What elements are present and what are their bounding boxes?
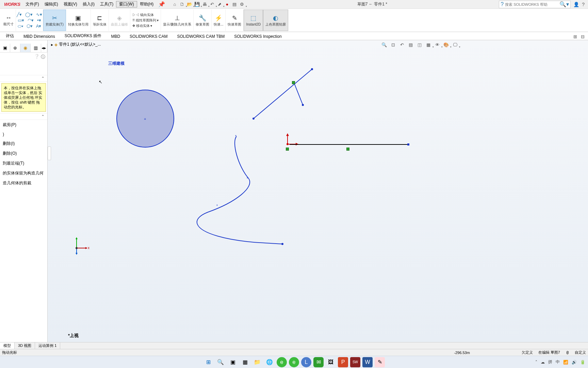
rebuild-icon[interactable]: ● <box>224 1 230 8</box>
zoom-fit-icon[interactable]: 🔍 <box>380 41 388 48</box>
breadcrumb[interactable]: ▸ ◈ 零件1 (默认<<默认>_... <box>51 42 101 47</box>
search-box[interactable]: ? 🔍▾ <box>499 1 571 8</box>
ribbon-offset[interactable]: ⊏ 等距实体 <box>91 10 109 31</box>
user-icon[interactable]: 👤 <box>573 2 579 7</box>
expand-icon[interactable]: ▸ <box>51 42 53 47</box>
ribbon-trim[interactable]: ✂ 剪裁实体(T) <box>43 10 66 31</box>
view-tab-model[interactable]: 模型 <box>0 342 15 349</box>
menu-window[interactable]: 窗口(W) <box>116 1 137 7</box>
option-keep-construct[interactable]: 的实体保留为构造几何 <box>0 168 47 178</box>
home-icon[interactable]: ⌂ <box>171 1 178 8</box>
panel-help-icon[interactable]: ❔ <box>34 54 39 60</box>
prev-view-icon[interactable]: ↶ <box>398 41 406 48</box>
appearance-icon[interactable]: 🎨 <box>442 41 450 48</box>
line-icon[interactable]: ╱▾ <box>17 12 22 17</box>
tab-expand-icon[interactable]: ⊞ <box>572 33 578 40</box>
ribbon-repair[interactable]: 🔧 修复草图 <box>194 10 212 31</box>
search-input[interactable] <box>505 2 559 6</box>
status-custom[interactable]: 自定义 <box>575 350 586 355</box>
constraint-marker-1[interactable] <box>292 81 295 84</box>
status-unit-icon[interactable]: 🛢 <box>566 351 569 355</box>
panel-tab-nav[interactable]: ◂▸ <box>41 44 47 52</box>
save-icon[interactable]: 💾 <box>194 1 200 8</box>
ribbon-quick[interactable]: ⚡ 快速... <box>212 10 226 31</box>
tray-chevron-icon[interactable]: ˄ <box>535 360 537 365</box>
taskbar-search-icon[interactable]: 🔍 <box>215 357 226 367</box>
taskbar-app4-icon[interactable]: ✉ <box>313 357 324 367</box>
menu-view[interactable]: 视图(V) <box>61 1 80 7</box>
taskbar-app6-icon[interactable]: ✎ <box>375 357 385 367</box>
section-icon[interactable]: ▨ <box>407 41 414 48</box>
print-icon[interactable]: 🖶 <box>201 1 208 8</box>
help-question-icon[interactable]: ? <box>582 2 585 7</box>
menu-insert[interactable]: 插入(I) <box>80 1 97 7</box>
taskbar-app2-icon[interactable]: e <box>289 357 299 367</box>
tab-mbd-dimensions[interactable]: MBD Dimensions <box>19 33 60 40</box>
graphics-canvas[interactable]: ▸ ◈ 零件1 (默认<<默认>_... 🔍 ⊡ ↶ ▨ ◫ ▦ 👁 🎨 🖵 三… <box>48 40 588 342</box>
ribbon-instant2d[interactable]: ⬚ Instant2D <box>244 10 263 31</box>
taskbar-explorer-icon[interactable]: 📁 <box>252 357 262 367</box>
tab-sw-cam-tbm[interactable]: SOLIDWORKS CAM TBM <box>173 33 229 40</box>
open-icon[interactable]: 📂 <box>186 1 193 8</box>
tray-onedrive-icon[interactable]: ☁ <box>541 360 545 365</box>
slot-icon[interactable]: ⬭▾ <box>18 24 23 29</box>
taskbar-app5-icon[interactable]: 🖼 <box>326 357 336 367</box>
menu-tools[interactable]: 工具(T) <box>97 1 116 7</box>
search-icon[interactable]: 🔍▾ <box>559 1 569 7</box>
polygon-icon[interactable]: ⬡▾ <box>27 24 33 29</box>
menu-file[interactable]: 文件(F) <box>23 1 42 7</box>
tab-mbd[interactable]: MBD <box>107 33 125 40</box>
hide-show-icon[interactable]: 👁 <box>434 41 441 48</box>
taskbar-powerpoint-icon[interactable]: P <box>338 357 348 367</box>
option-nearest[interactable]: 到最近端(T) <box>0 158 47 168</box>
panel-info-icon[interactable]: ⓘ <box>41 54 45 60</box>
ribbon-pattern[interactable]: ⠿ 线性草图阵列 ▾ <box>132 18 159 23</box>
tab-sw-cam[interactable]: SOLIDWORKS CAM <box>125 33 172 40</box>
settings-icon[interactable]: ⚙ <box>239 1 245 8</box>
tray-battery-icon[interactable]: 🔋 <box>580 360 585 365</box>
tray-volume-icon[interactable]: 🔊 <box>572 360 577 365</box>
circle-icon[interactable]: ◯▾ <box>25 12 33 17</box>
taskbar-solidworks-icon[interactable]: SW <box>350 357 360 367</box>
panel-collapse-1[interactable]: ⌃ <box>0 75 47 82</box>
undo-icon[interactable]: ↶ <box>209 1 215 8</box>
start-button[interactable]: ⊞ <box>203 357 213 367</box>
panel-tab-4[interactable]: ▥ <box>31 44 41 52</box>
menu-help[interactable]: 帮助(H) <box>137 1 157 7</box>
display-style-icon[interactable]: ▦ <box>425 41 432 48</box>
ribbon-mirror[interactable]: ▷◁ 镜向实体 <box>132 13 154 17</box>
panel-tab-1[interactable]: ▣ <box>0 44 10 52</box>
tab-evaluate[interactable]: 评估 <box>1 32 18 40</box>
panel-tab-3[interactable]: ◉ <box>20 44 31 52</box>
rect-icon[interactable]: ▭▾ <box>18 18 24 23</box>
tray-wifi-icon[interactable]: 📶 <box>563 360 568 365</box>
options-icon[interactable]: ▤ <box>231 1 238 8</box>
scene-icon[interactable]: 🖵 <box>451 41 459 48</box>
ribbon-rapid-sketch[interactable]: ✎ 快速草图 <box>226 10 244 31</box>
taskbar-edge-icon[interactable]: 🌐 <box>264 357 275 367</box>
ribbon-convert[interactable]: ▣ 转换实体引用 <box>66 10 91 31</box>
orient-icon[interactable]: ◫ <box>416 41 423 48</box>
taskbar-app3-icon[interactable]: L <box>301 357 311 367</box>
point-icon[interactable]: •▾ <box>37 18 41 23</box>
taskbar-widgets-icon[interactable]: ▦ <box>240 357 250 367</box>
menu-edit[interactable]: 编辑(E) <box>42 1 61 7</box>
panel-collapse-2[interactable]: ⌃ <box>0 113 47 120</box>
constraint-marker-2[interactable] <box>286 148 289 151</box>
text-icon[interactable]: A▾ <box>36 24 42 29</box>
taskbar-taskview-icon[interactable]: ▣ <box>228 357 238 367</box>
taskbar-word-icon[interactable]: W <box>362 357 373 367</box>
select-icon[interactable]: ⬈ <box>216 1 223 8</box>
option-blank[interactable]: ) <box>0 130 47 139</box>
tab-sw-addins[interactable]: SOLIDWORKS 插件 <box>60 32 106 40</box>
arc-icon[interactable]: ◠▾ <box>28 18 34 23</box>
option-remove-o[interactable]: 删除(O) <box>0 149 47 158</box>
pin-icon[interactable]: 📌 <box>158 1 165 7</box>
option-trim-p[interactable]: 裁剪(P) <box>0 120 47 130</box>
new-doc-icon[interactable]: 🗋 <box>179 1 185 8</box>
tab-sw-inspection[interactable]: SOLIDWORKS Inspection <box>230 33 286 40</box>
tray-ime-pin[interactable]: 拼 <box>548 359 552 365</box>
ribbon-shade-contour[interactable]: ◐ 上色草图轮廓 <box>263 10 288 31</box>
panel-tab-2[interactable]: ⊕ <box>10 44 20 52</box>
constraint-marker-3[interactable] <box>346 148 349 151</box>
